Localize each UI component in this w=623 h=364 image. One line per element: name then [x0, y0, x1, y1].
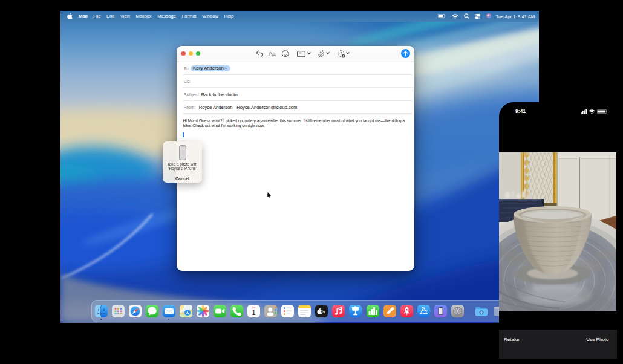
svg-text:1: 1 [252, 309, 255, 316]
svg-text:tv: tv [322, 309, 325, 314]
